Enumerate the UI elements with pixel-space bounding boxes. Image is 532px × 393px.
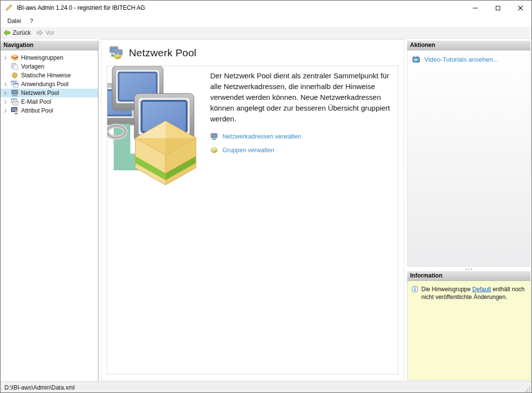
sidebar-item-label: Statische Hinweise bbox=[21, 72, 71, 79]
sidebar-item-vorlagen[interactable]: Vorlagen bbox=[0, 62, 98, 71]
network-pool-icon bbox=[11, 89, 19, 97]
close-button[interactable] bbox=[509, 0, 532, 15]
information-panel: Information Die Hinweisgruppe Default en… bbox=[407, 271, 531, 380]
information-text: Die Hinweisgruppe Default enthält noch n… bbox=[421, 285, 526, 301]
sidebar-item-statische-hinweise[interactable]: Statische Hinweise bbox=[0, 71, 98, 80]
forward-button[interactable]: Vor bbox=[33, 27, 57, 39]
expand-chevron-icon[interactable] bbox=[4, 91, 11, 95]
back-label: Zurück bbox=[13, 29, 31, 36]
pool-description: Der Netzwerk Pool dient als zentraler Sa… bbox=[210, 70, 397, 124]
expand-chevron-icon[interactable] bbox=[4, 56, 11, 60]
page-title: Netzwerk Pool bbox=[129, 47, 196, 59]
main-header: Netzwerk Pool bbox=[101, 40, 404, 65]
sidebar-item-label: Netzwerk Pool bbox=[21, 90, 59, 96]
video-tutorials-link-row: Video-Tutorials ansehen... bbox=[408, 50, 530, 63]
sidebar-item-attribut-pool[interactable]: Attribut Pool bbox=[0, 106, 98, 115]
app-icon bbox=[5, 4, 13, 12]
title-bar: IBI-aws Admin 1.24.0 - registriert für I… bbox=[0, 0, 532, 15]
minimize-icon bbox=[473, 8, 478, 8]
panel-splitter-handle[interactable] bbox=[407, 267, 531, 271]
window-title: IBI-aws Admin 1.24.0 - registriert für I… bbox=[17, 4, 145, 11]
menu-item-help[interactable]: ? bbox=[25, 16, 38, 26]
back-button[interactable]: Zurück bbox=[0, 27, 33, 39]
back-arrow-icon bbox=[3, 29, 11, 37]
menu-item-datei[interactable]: Datei bbox=[3, 16, 25, 26]
information-text-before: Die Hinweisgruppe bbox=[421, 286, 472, 293]
computer-icon bbox=[210, 133, 218, 140]
navigation-tree: Hinweisgruppen Vorlagen bbox=[0, 50, 98, 115]
information-header: Information bbox=[407, 271, 531, 281]
close-icon bbox=[518, 5, 523, 11]
network-pool-illustration bbox=[107, 66, 198, 186]
manage-network-addresses-link[interactable]: Netzwerkadressen verwalten bbox=[222, 133, 301, 140]
data-file-path: D:\IBI-aws\Admin\Data.xml bbox=[0, 384, 74, 391]
maximize-button[interactable] bbox=[486, 0, 509, 15]
sidebar-item-label: Hinweisgruppen bbox=[21, 54, 63, 61]
forward-label: Vor bbox=[46, 29, 54, 36]
sidebar-item-anwendungs-pool[interactable]: Anwendungs Pool bbox=[0, 80, 98, 89]
actions-header: Aktionen bbox=[407, 41, 531, 50]
minimize-button[interactable] bbox=[464, 0, 486, 15]
network-pool-header-icon bbox=[109, 46, 124, 60]
attribute-pool-icon bbox=[11, 107, 19, 115]
menu-bar: Datei ? bbox=[0, 15, 532, 27]
actions-panel: Aktionen Video-Tutorials ansehen... bbox=[407, 41, 531, 267]
default-group-link[interactable]: Default bbox=[472, 286, 491, 293]
content-box: Der Netzwerk Pool dient als zentraler Sa… bbox=[107, 66, 398, 374]
video-tutorials-link[interactable]: Video-Tutorials ansehen... bbox=[424, 56, 498, 63]
sidebar-item-hinweisgruppen[interactable]: Hinweisgruppen bbox=[0, 53, 98, 62]
manage-groups-link[interactable]: Gruppen verwalten bbox=[222, 147, 274, 154]
expand-chevron-icon[interactable] bbox=[4, 109, 11, 113]
sidebar-item-label: E-Mail Pool bbox=[21, 98, 51, 105]
manage-network-addresses-link-row: Netzwerkadressen verwalten bbox=[210, 132, 397, 141]
app-window: IBI-aws Admin 1.24.0 - registriert für I… bbox=[0, 0, 532, 393]
sidebar-item-label: Vorlagen bbox=[21, 63, 44, 70]
toolbar: Zurück Vor bbox=[0, 27, 532, 39]
group-box-icon bbox=[210, 146, 218, 154]
templates-icon bbox=[11, 63, 19, 70]
status-bar: D:\IBI-aws\Admin\Data.xml bbox=[0, 381, 532, 393]
tv-icon bbox=[412, 55, 420, 63]
navigation-panel: Navigation Hinweisgruppen bbox=[0, 41, 98, 381]
expand-chevron-icon[interactable] bbox=[4, 100, 11, 104]
manage-groups-link-row: Gruppen verwalten bbox=[210, 145, 397, 155]
info-icon bbox=[411, 286, 418, 293]
sidebar-item-netzwerk-pool[interactable]: Netzwerk Pool bbox=[0, 89, 98, 97]
email-pool-icon bbox=[11, 98, 19, 106]
main-panel: Netzwerk Pool bbox=[101, 39, 404, 380]
information-body: Die Hinweisgruppe Default enthält noch n… bbox=[407, 281, 531, 380]
sidebar-item-label: Attribut Pool bbox=[21, 107, 53, 114]
maximize-icon bbox=[496, 6, 500, 10]
static-notices-icon bbox=[11, 71, 19, 79]
notice-groups-icon bbox=[11, 54, 19, 62]
navigation-header: Navigation bbox=[0, 41, 98, 50]
sidebar-item-email-pool[interactable]: E-Mail Pool bbox=[0, 97, 98, 106]
forward-arrow-icon bbox=[36, 29, 44, 37]
resize-grip[interactable] bbox=[524, 386, 531, 393]
application-pool-icon bbox=[11, 80, 19, 88]
actions-body: Video-Tutorials ansehen... bbox=[407, 50, 531, 267]
sidebar-item-label: Anwendungs Pool bbox=[21, 81, 69, 88]
expand-chevron-icon[interactable] bbox=[4, 82, 11, 87]
